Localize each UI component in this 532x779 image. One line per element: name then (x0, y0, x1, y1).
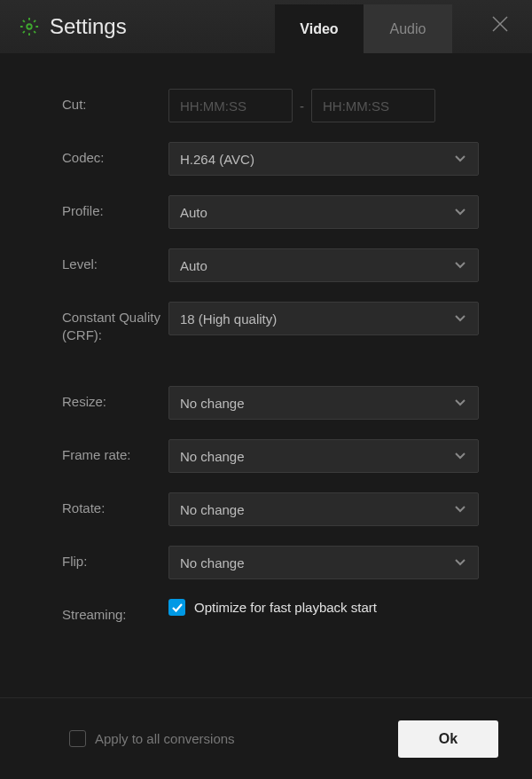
streaming-checkbox[interactable] (168, 599, 185, 616)
label-codec: Codec: (62, 142, 168, 167)
control-profile: Auto (168, 195, 479, 229)
resize-select-wrap: No change (168, 386, 479, 420)
row-rotate: Rotate: No change (62, 492, 479, 526)
control-crf: 18 (High quality) (168, 302, 479, 335)
tab-video[interactable]: Video (275, 4, 364, 53)
row-crf: Constant Quality (CRF): 18 (High quality… (62, 302, 479, 343)
label-profile: Profile: (62, 195, 168, 220)
settings-dialog: Settings Video Audio Cut: - Codec (0, 0, 532, 779)
label-level: Level: (62, 248, 168, 273)
footer-left: Apply to all conversions (34, 730, 389, 747)
row-cut: Cut: - (62, 89, 479, 122)
crf-select-wrap: 18 (High quality) (168, 302, 479, 335)
flip-select[interactable]: No change (168, 546, 479, 579)
tabs: Video Audio (275, 4, 452, 53)
cut-start-input[interactable] (168, 89, 293, 122)
ok-button[interactable]: Ok (398, 720, 498, 758)
settings-content: Cut: - Codec: H.264 (AVC) (0, 53, 532, 697)
crf-select[interactable]: 18 (High quality) (168, 302, 479, 335)
check-icon (172, 600, 183, 616)
control-flip: No change (168, 546, 479, 579)
cut-controls: - (168, 89, 479, 122)
row-flip: Flip: No change (62, 546, 479, 579)
streaming-checkbox-label: Optimize for fast playback start (194, 600, 377, 615)
rotate-select[interactable]: No change (168, 492, 479, 526)
dialog-header: Settings Video Audio (0, 0, 532, 53)
label-resize: Resize: (62, 386, 168, 411)
codec-value: H.264 (AVC) (180, 152, 254, 167)
resize-select[interactable]: No change (168, 386, 479, 420)
row-resize: Resize: No change (62, 386, 479, 420)
close-button[interactable] (490, 16, 510, 35)
cut-end-input[interactable] (311, 89, 435, 122)
label-crf: Constant Quality (CRF): (62, 302, 168, 343)
flip-value: No change (180, 555, 245, 570)
control-rotate: No change (168, 492, 479, 526)
control-resize: No change (168, 386, 479, 420)
streaming-control: Optimize for fast playback start (168, 599, 479, 616)
profile-value: Auto (180, 205, 207, 220)
level-select-wrap: Auto (168, 248, 479, 282)
control-codec: H.264 (AVC) (168, 142, 479, 176)
rotate-select-wrap: No change (168, 492, 479, 526)
label-streaming: Streaming: (62, 599, 168, 624)
apply-all-label: Apply to all conversions (95, 731, 235, 746)
level-select[interactable]: Auto (168, 248, 479, 282)
dialog-footer: Apply to all conversions Ok (0, 697, 532, 779)
framerate-select-wrap: No change (168, 439, 479, 473)
profile-select[interactable]: Auto (168, 195, 479, 229)
framerate-value: No change (180, 449, 245, 464)
label-rotate: Rotate: (62, 492, 168, 517)
cut-separator: - (300, 98, 304, 114)
codec-select-wrap: H.264 (AVC) (168, 142, 479, 176)
control-framerate: No change (168, 439, 479, 473)
framerate-select[interactable]: No change (168, 439, 479, 473)
row-level: Level: Auto (62, 248, 479, 282)
resize-value: No change (180, 396, 245, 411)
dialog-title: Settings (50, 14, 127, 39)
flip-select-wrap: No change (168, 546, 479, 579)
label-framerate: Frame rate: (62, 439, 168, 464)
codec-select[interactable]: H.264 (AVC) (168, 142, 479, 176)
svg-point-0 (27, 24, 32, 29)
close-icon (491, 15, 509, 36)
crf-value: 18 (High quality) (180, 311, 277, 327)
tab-audio[interactable]: Audio (364, 4, 452, 53)
rotate-value: No change (180, 502, 245, 517)
control-level: Auto (168, 248, 479, 282)
gear-icon (20, 17, 39, 36)
profile-select-wrap: Auto (168, 195, 479, 229)
row-streaming: Streaming: Optimize for fast playback st… (62, 599, 479, 624)
row-codec: Codec: H.264 (AVC) (62, 142, 479, 176)
level-value: Auto (180, 258, 207, 273)
row-framerate: Frame rate: No change (62, 439, 479, 473)
apply-all-checkbox[interactable] (69, 730, 86, 747)
label-cut: Cut: (62, 89, 168, 114)
header-left: Settings (0, 14, 127, 39)
row-profile: Profile: Auto (62, 195, 479, 229)
label-flip: Flip: (62, 546, 168, 570)
